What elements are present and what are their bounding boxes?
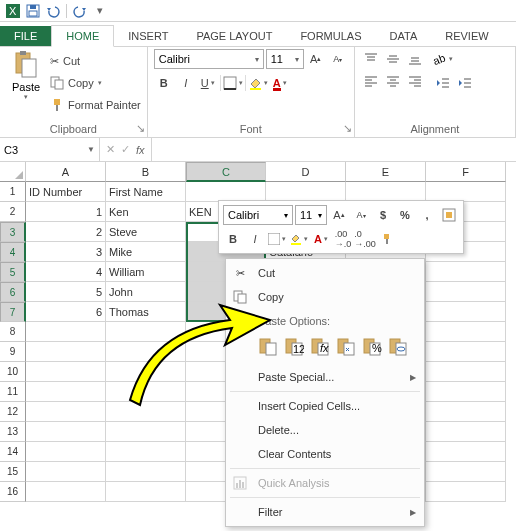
mini-fill-button[interactable] xyxy=(289,229,309,249)
enter-formula-icon[interactable]: ✓ xyxy=(121,143,130,156)
ctx-cut[interactable]: ✂Cut xyxy=(226,261,424,285)
mini-bold-button[interactable]: B xyxy=(223,229,243,249)
cell-B5[interactable]: William xyxy=(106,262,186,282)
orientation-button[interactable]: ab xyxy=(433,49,453,69)
col-header-F[interactable]: F xyxy=(426,162,506,182)
cell-B10[interactable] xyxy=(106,362,186,382)
cell-F11[interactable] xyxy=(426,382,506,402)
formula-input[interactable] xyxy=(151,138,516,161)
align-bottom-icon[interactable] xyxy=(405,49,425,69)
decrease-indent-icon[interactable] xyxy=(433,73,453,93)
row-header-6[interactable]: 6 xyxy=(0,282,26,302)
row-header-4[interactable]: 4 xyxy=(0,242,26,262)
cell-B6[interactable]: John xyxy=(106,282,186,302)
increase-font-icon[interactable]: A▴ xyxy=(306,49,326,69)
qat-customize-icon[interactable]: ▾ xyxy=(91,2,109,20)
cell-B14[interactable] xyxy=(106,442,186,462)
cell-F10[interactable] xyxy=(426,362,506,382)
cell-F8[interactable] xyxy=(426,322,506,342)
cell-A3[interactable]: 2 xyxy=(26,222,106,242)
cell-B3[interactable]: Steve xyxy=(106,222,186,242)
ctx-insert-copied[interactable]: Insert Copied Cells... xyxy=(226,394,424,418)
col-header-E[interactable]: E xyxy=(346,162,426,182)
col-header-B[interactable]: B xyxy=(106,162,186,182)
ctx-clear-contents[interactable]: Clear Contents xyxy=(226,442,424,466)
cell-B8[interactable] xyxy=(106,322,186,342)
row-header-8[interactable]: 8 xyxy=(0,322,26,342)
paste-option-transpose-icon[interactable] xyxy=(334,335,358,359)
cell-F16[interactable] xyxy=(426,482,506,502)
tab-formulas[interactable]: FORMULAS xyxy=(286,26,375,46)
mini-border-button[interactable] xyxy=(267,229,287,249)
cell-C1[interactable] xyxy=(186,182,266,202)
cell-A14[interactable] xyxy=(26,442,106,462)
underline-button[interactable]: U xyxy=(198,73,218,93)
cell-D1[interactable] xyxy=(266,182,346,202)
align-center-icon[interactable] xyxy=(383,71,403,91)
cell-B16[interactable] xyxy=(106,482,186,502)
cell-A10[interactable] xyxy=(26,362,106,382)
cell-A13[interactable] xyxy=(26,422,106,442)
cell-B15[interactable] xyxy=(106,462,186,482)
mini-decrease-font-icon[interactable]: A▾ xyxy=(351,205,371,225)
row-header-11[interactable]: 11 xyxy=(0,382,26,402)
mini-format-cells-icon[interactable] xyxy=(439,205,459,225)
cell-A4[interactable]: 3 xyxy=(26,242,106,262)
cell-B7[interactable]: Thomas xyxy=(106,302,186,322)
row-header-5[interactable]: 5 xyxy=(0,262,26,282)
save-icon[interactable] xyxy=(24,2,42,20)
mini-comma-icon[interactable]: , xyxy=(417,205,437,225)
cancel-formula-icon[interactable]: ✕ xyxy=(106,143,115,156)
fx-icon[interactable]: fx xyxy=(136,144,145,156)
format-painter-button[interactable]: Format Painter xyxy=(50,95,141,115)
cell-A12[interactable] xyxy=(26,402,106,422)
row-header-12[interactable]: 12 xyxy=(0,402,26,422)
row-header-1[interactable]: 1 xyxy=(0,182,26,202)
tab-data[interactable]: DATA xyxy=(376,26,432,46)
italic-button[interactable]: I xyxy=(176,73,196,93)
cell-A1[interactable]: ID Number xyxy=(26,182,106,202)
tab-page-layout[interactable]: PAGE LAYOUT xyxy=(182,26,286,46)
col-header-D[interactable]: D xyxy=(266,162,346,182)
mini-increase-font-icon[interactable]: A▴ xyxy=(329,205,349,225)
cell-B1[interactable]: First Name xyxy=(106,182,186,202)
bold-button[interactable]: B xyxy=(154,73,174,93)
cell-B4[interactable]: Mike xyxy=(106,242,186,262)
font-color-button[interactable]: A xyxy=(270,73,290,93)
cell-E1[interactable] xyxy=(346,182,426,202)
align-left-icon[interactable] xyxy=(361,71,381,91)
copy-button[interactable]: Copy▾ xyxy=(50,73,141,93)
ctx-copy[interactable]: Copy xyxy=(226,285,424,309)
cell-A7[interactable]: 6 xyxy=(26,302,106,322)
mini-format-painter-icon[interactable] xyxy=(377,229,397,249)
row-header-2[interactable]: 2 xyxy=(0,202,26,222)
align-top-icon[interactable] xyxy=(361,49,381,69)
cell-F9[interactable] xyxy=(426,342,506,362)
cell-F13[interactable] xyxy=(426,422,506,442)
paste-option-values-icon[interactable]: 123 xyxy=(282,335,306,359)
redo-icon[interactable] xyxy=(71,2,89,20)
mini-font-name[interactable]: Calibri▾ xyxy=(223,205,293,225)
row-header-14[interactable]: 14 xyxy=(0,442,26,462)
row-header-3[interactable]: 3 xyxy=(0,222,26,242)
cut-button[interactable]: ✂Cut xyxy=(50,51,141,71)
clipboard-dialog-launcher[interactable]: ↘ xyxy=(136,122,145,135)
cell-A5[interactable]: 4 xyxy=(26,262,106,282)
row-header-10[interactable]: 10 xyxy=(0,362,26,382)
cell-A11[interactable] xyxy=(26,382,106,402)
mini-increase-decimal-icon[interactable]: .0→.00 xyxy=(355,229,375,249)
row-header-9[interactable]: 9 xyxy=(0,342,26,362)
row-header-7[interactable]: 7 xyxy=(0,302,26,322)
paste-option-all-icon[interactable] xyxy=(256,335,280,359)
tab-insert[interactable]: INSERT xyxy=(114,26,182,46)
undo-icon[interactable] xyxy=(44,2,62,20)
row-header-15[interactable]: 15 xyxy=(0,462,26,482)
cell-F7[interactable] xyxy=(426,302,506,322)
tab-home[interactable]: HOME xyxy=(51,25,114,47)
col-header-C[interactable]: C xyxy=(186,162,266,182)
select-all-corner[interactable] xyxy=(0,162,26,182)
cell-A6[interactable]: 5 xyxy=(26,282,106,302)
paste-button[interactable]: Paste ▾ xyxy=(6,49,46,121)
mini-decrease-decimal-icon[interactable]: .00→.0 xyxy=(333,229,353,249)
font-name-select[interactable]: Calibri▾ xyxy=(154,49,264,69)
